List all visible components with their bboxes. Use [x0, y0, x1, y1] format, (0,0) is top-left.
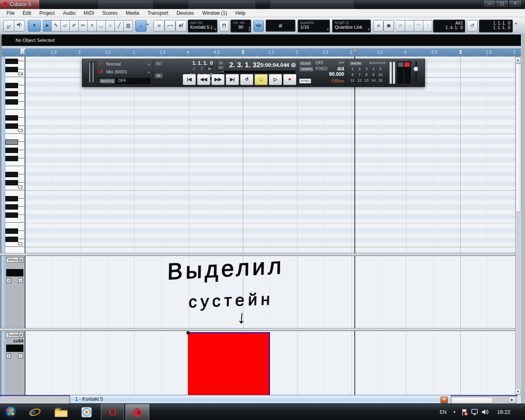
insert-velocity-control[interactable]: ins. vel. 90 ▴ ▾ [231, 20, 251, 32]
step-option-button[interactable]: ⇄ [396, 20, 405, 32]
menu-item[interactable]: MIDI [80, 10, 98, 16]
right-locator-button[interactable]: R [155, 73, 163, 78]
goto-start-button[interactable]: |◀ [183, 74, 196, 85]
auto-quantize-button[interactable]: AUTO Q [99, 78, 115, 84]
remove-lane-button[interactable]: − [18, 278, 23, 283]
show-filter-view-button[interactable]: ▼ [28, 20, 41, 32]
lane-separator[interactable] [0, 253, 515, 256]
midi-input-button[interactable]: ◉ [383, 20, 394, 32]
marker-button[interactable]: 15 [377, 78, 384, 84]
step-option-button[interactable]: ↑ [423, 20, 432, 32]
slider-knob[interactable] [413, 66, 418, 71]
goto-end-button[interactable]: ▶| [226, 74, 239, 85]
marker-button[interactable]: 8 [363, 73, 370, 78]
menu-item[interactable]: Devices [172, 10, 198, 16]
cycle-mode-value[interactable]: Mix (MIDI) [106, 69, 127, 74]
step-option-button[interactable]: ↷ [414, 20, 423, 32]
step-option-button[interactable]: ♪ [405, 20, 414, 32]
marker-button[interactable]: 12 [356, 78, 363, 84]
transport-panel[interactable]: ● Normal ▾ ↺ Mix (MIDI) ▾ AUTO Q OFF L 1… [82, 59, 425, 87]
taskbar-item-opera[interactable]: O [101, 404, 124, 420]
playhead-cursor[interactable] [354, 256, 355, 328]
scroll-right-icon[interactable]: ▶ [509, 397, 516, 403]
marker-button[interactable]: 7 [356, 73, 363, 78]
quantize-dropdown[interactable]: quantize 1/16 ▾ [298, 20, 330, 32]
play-button[interactable]: ▷ [269, 74, 282, 85]
object-selection-tool[interactable]: ➤ [43, 20, 52, 32]
chevron-down-icon[interactable]: ▾ [148, 63, 150, 66]
marker-button[interactable]: 5 [377, 67, 384, 73]
glue-tool[interactable]: ◡ [97, 20, 106, 32]
menu-item[interactable]: Window (1) [198, 10, 231, 16]
marker-button[interactable]: 3 [363, 67, 370, 73]
zoom-tool[interactable]: ○ [106, 20, 115, 32]
piano-key-cs1[interactable] [5, 237, 18, 242]
menu-item[interactable]: Edit [18, 10, 35, 16]
taskbar-item-explorer[interactable] [52, 404, 71, 420]
meter-thumb[interactable] [398, 62, 403, 67]
sync-button[interactable]: SYNC [299, 78, 311, 84]
independent-track-loop-button[interactable]: ⊓ [219, 20, 229, 32]
action-center-flag-icon[interactable] [461, 409, 468, 416]
piano-key-b0[interactable] [5, 247, 24, 254]
piano-key-ds4[interactable] [5, 59, 18, 64]
piano-key-cs3[interactable] [5, 123, 18, 129]
chevron-down-icon[interactable]: ▼ [19, 257, 23, 262]
line-pencil-tool[interactable]: ✐ [70, 20, 79, 32]
show-markers-button[interactable]: SHOW [349, 61, 363, 66]
click-pattern-icon[interactable]: II✳ [339, 61, 344, 65]
taskbar-item-internet-explorer[interactable]: e [25, 404, 44, 420]
punch-in-button[interactable]: II▷ [206, 66, 214, 71]
acoustic-feedback-button[interactable] [14, 20, 25, 32]
autoscroll-button[interactable]: → [135, 20, 146, 32]
piano-key-ds3[interactable] [5, 115, 18, 121]
sustain-event-block[interactable] [188, 332, 270, 395]
menu-item[interactable]: Transport [143, 10, 172, 16]
piano-key-cs4[interactable] [5, 67, 18, 72]
part-list-dropdown[interactable]: part list Kontakt 5 (- ▾ [188, 20, 217, 32]
close-button[interactable]: × [509, 0, 522, 8]
piano-key-gs2[interactable] [5, 148, 18, 153]
minimize-button[interactable]: — [483, 0, 496, 8]
edit-active-part-button[interactable]: e! [176, 20, 187, 32]
taskbar-clock[interactable]: 16:22 [497, 409, 511, 415]
piano-key-gs1[interactable] [5, 204, 18, 210]
cycle-button[interactable]: ↺ [240, 74, 253, 85]
erase-tool[interactable]: ▱ [61, 20, 70, 32]
stop-button[interactable]: □ [254, 74, 268, 85]
forward-button[interactable]: ▶▶ [211, 74, 225, 85]
vertical-scroll-thumb[interactable] [516, 64, 521, 212]
marker-button[interactable]: 11 [349, 78, 356, 84]
piano-key-gs3[interactable] [5, 91, 18, 96]
piano-key-fs1[interactable] [5, 212, 18, 218]
time-display[interactable]: 0:00:04.044 [260, 62, 289, 68]
line-tool[interactable]: ╱ [115, 20, 124, 32]
piano-key-cs2[interactable] [5, 180, 18, 185]
rewind-button[interactable]: ◀◀ [197, 74, 210, 85]
track-loop-button[interactable]: ↺ [467, 20, 478, 32]
taskbar-item-media-player[interactable] [77, 404, 96, 420]
marker-button[interactable]: 14 [370, 78, 377, 84]
chevron-down-icon[interactable]: ▾ [148, 71, 150, 74]
menu-item[interactable]: File [2, 10, 18, 16]
taskbar-item-cubase[interactable] [126, 404, 149, 420]
menu-item[interactable]: Audio [59, 10, 80, 16]
scroll-up-icon[interactable]: ▲ [515, 57, 521, 63]
left-locator-value[interactable]: 1. 1. 1. 0 [192, 60, 213, 66]
snap-type-display[interactable]: # [266, 20, 295, 32]
show-controllers-button[interactable]: ≡ [153, 20, 164, 32]
spin-down-icon[interactable]: ▾ [249, 28, 250, 32]
output-volume-slider[interactable] [413, 61, 418, 84]
click-button[interactable]: CLICK [299, 61, 312, 66]
tempo-button[interactable]: TEMPO [299, 66, 314, 72]
network-icon[interactable] [471, 409, 479, 415]
toolbar-overflow-icon[interactable]: ▲ [514, 21, 518, 25]
drumstick-tool[interactable]: ▥ [124, 20, 133, 32]
song-position-display[interactable]: 2. 3. 1. 32 [229, 61, 260, 69]
marker-button[interactable]: 13 [363, 78, 370, 84]
marker-button[interactable]: 9 [370, 73, 377, 78]
time-signature[interactable]: 4/4 [337, 66, 344, 72]
menu-item[interactable]: Help [231, 10, 250, 16]
nudge-down-button[interactable]: − [218, 65, 224, 70]
tray-expand-icon[interactable]: ▲ [453, 410, 456, 413]
